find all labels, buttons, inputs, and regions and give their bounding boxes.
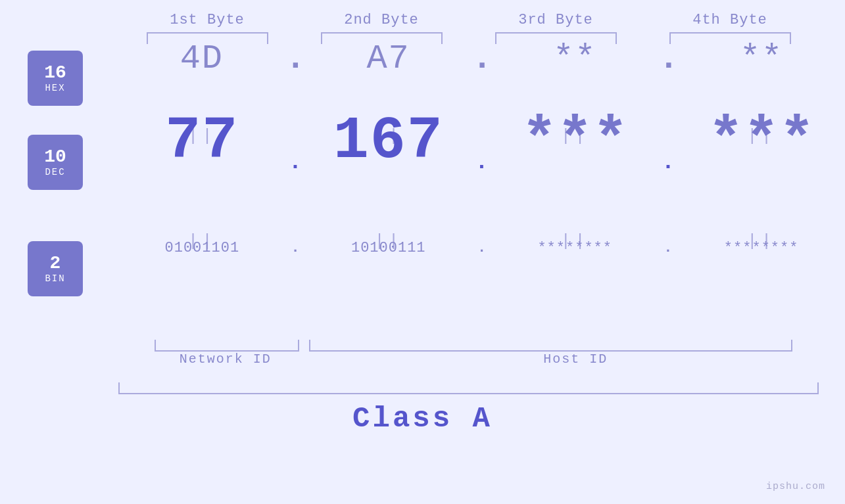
bin-byte1: 01001101 bbox=[118, 240, 286, 256]
hex-byte4: ** bbox=[678, 39, 845, 78]
hex-dot1: . bbox=[285, 39, 305, 78]
byte4-header: 4th Byte bbox=[661, 12, 799, 28]
host-bracket bbox=[309, 340, 792, 352]
class-label: Class A bbox=[0, 402, 845, 435]
main-container: 1st Byte 2nd Byte 3rd Byte 4th Byte 16 H… bbox=[0, 0, 845, 504]
byte1-header: 1st Byte bbox=[138, 12, 276, 28]
network-bracket bbox=[155, 340, 299, 352]
hex-badge: 16 HEX bbox=[28, 51, 83, 106]
host-id-label: Host ID bbox=[332, 352, 819, 367]
byte-headers: 1st Byte 2nd Byte 3rd Byte 4th Byte bbox=[120, 12, 817, 28]
dec-values: 77 . 167 . *** . *** bbox=[118, 108, 845, 175]
bin-byte3: ******** bbox=[491, 240, 659, 256]
dec-byte1: 77 bbox=[118, 108, 286, 175]
bin-dot1: . bbox=[286, 240, 305, 256]
dec-badge-label: DEC bbox=[45, 167, 65, 177]
bin-badge: 2 BIN bbox=[28, 241, 83, 296]
main-grid: 16 HEX 4D . A7 . ** . ** || || || || bbox=[0, 44, 845, 504]
dec-dot2: . bbox=[472, 124, 491, 175]
hex-dot2: . bbox=[472, 39, 492, 78]
watermark: ipshu.com bbox=[766, 481, 825, 492]
bin-badge-label: BIN bbox=[45, 273, 65, 284]
hex-byte3: ** bbox=[492, 39, 659, 78]
bin-dot2: . bbox=[472, 240, 491, 256]
bin-byte4: ******** bbox=[677, 240, 845, 256]
network-id-label: Network ID bbox=[118, 352, 332, 367]
dec-badge: 10 DEC bbox=[28, 135, 83, 190]
dec-byte4: *** bbox=[677, 108, 845, 175]
dec-badge-num: 10 bbox=[44, 147, 66, 168]
hex-dot3: . bbox=[658, 39, 678, 78]
class-bracket bbox=[118, 382, 819, 394]
segment-labels: Network ID Host ID bbox=[118, 352, 819, 367]
bin-byte2: 10100111 bbox=[304, 240, 472, 256]
hex-badge-label: HEX bbox=[45, 83, 65, 93]
bin-values: 01001101 . 10100111 . ******** . *******… bbox=[118, 240, 845, 256]
hex-badge-num: 16 bbox=[44, 63, 66, 83]
segment-brackets bbox=[118, 340, 819, 352]
hex-values: 4D . A7 . ** . ** bbox=[118, 39, 845, 78]
byte2-header: 2nd Byte bbox=[312, 12, 450, 28]
dec-dot1: . bbox=[286, 124, 305, 175]
hex-byte1: 4D bbox=[118, 39, 285, 78]
dec-byte3: *** bbox=[491, 108, 659, 175]
byte3-header: 3rd Byte bbox=[487, 12, 625, 28]
dec-byte2: 167 bbox=[304, 108, 472, 175]
dec-dot3: . bbox=[659, 124, 678, 175]
bin-dot3: . bbox=[659, 240, 678, 256]
hex-byte2: A7 bbox=[305, 39, 472, 78]
bin-badge-num: 2 bbox=[50, 254, 61, 274]
